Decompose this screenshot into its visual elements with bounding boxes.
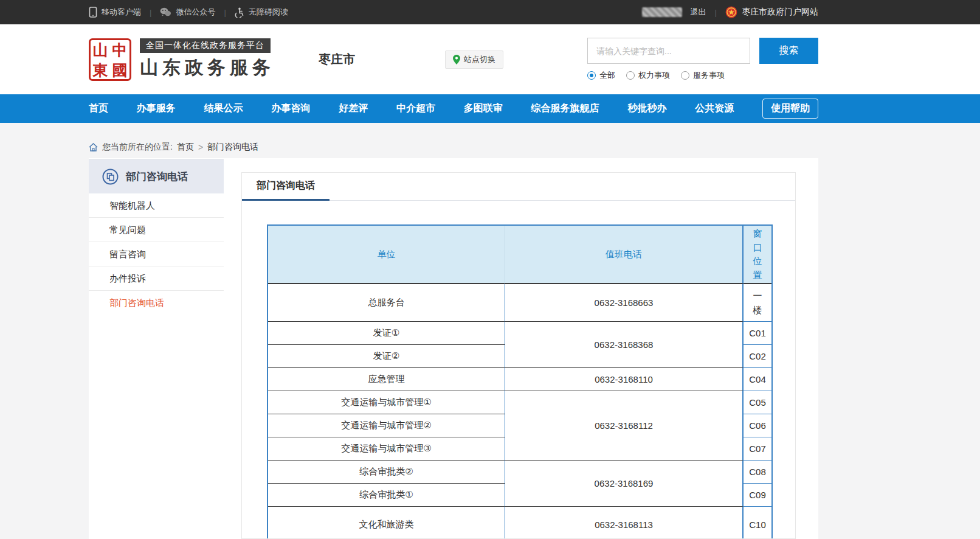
table-row: 发证① 0632-3168368 C01 [268,322,771,345]
site-switch-label: 站点切换 [464,54,495,65]
unit-cell: 总服务台 [268,284,505,322]
content-wrapper: 部门咨询电话 智能机器人 常见问题 留言咨询 办件投诉 部门咨询电话 部门咨询电… [89,158,818,539]
nav-item-consultation[interactable]: 办事咨询 [271,102,310,115]
divider: | [150,8,151,17]
nav-item-results[interactable]: 结果公示 [204,102,243,115]
unit-cell: 综合审批类① [268,484,505,507]
search-filter-group: 全部 权力事项 服务事项 [587,70,818,81]
phone-cell: 0632-3168112 [505,391,744,461]
location-pin-icon [453,55,460,64]
site-header: 山 中 東 國 全国一体化在线政务服务平台 山东政务服务 枣庄市 站点切换 搜索… [0,24,980,94]
phone-cell: 0632-3168113 [505,507,744,539]
filter-label: 全部 [599,70,615,81]
site-name: 山东政务服务 [140,55,275,80]
seal-char: 國 [110,60,129,80]
tab-department-phone[interactable]: 部门咨询电话 [242,173,330,201]
search-zone: 搜索 全部 权力事项 服务事项 [587,38,818,81]
nav-item-agency-market[interactable]: 中介超市 [396,102,435,115]
seal-char: 山 [91,40,110,60]
nav-item-multi-review[interactable]: 多图联审 [464,102,503,115]
window-cell: C07 [744,437,771,461]
unit-cell: 文化和旅游类 [268,507,505,539]
divider: | [715,8,717,17]
wechat-link[interactable]: 微信公众号 [160,7,215,18]
main-nav: 首页 办事服务 结果公示 办事咨询 好差评 中介超市 多图联审 综合服务旗舰店 … [0,94,980,123]
column-header-phone: 值班电话 [505,226,744,284]
breadcrumb-separator: > [198,142,203,152]
sidebar-item-message-consult[interactable]: 留言咨询 [89,242,224,266]
phone-table-container: 单位 值班电话 窗口位置 总服务台 0632-3168663 一楼 发证① 06… [267,224,770,539]
portal-label: 枣庄市政府门户网站 [742,7,818,18]
department-phone-table: 单位 值班电话 窗口位置 总服务台 0632-3168663 一楼 发证① 06… [267,224,773,539]
filter-radio-service-items[interactable]: 服务事项 [681,70,725,81]
breadcrumb-home-link[interactable]: 首页 [177,142,194,153]
breadcrumb-band: 您当前所在的位置: 首页 > 部门咨询电话 [0,123,980,158]
nav-item-rating[interactable]: 好差评 [339,102,368,115]
tab-bar: 部门咨询电话 [242,173,795,201]
breadcrumb-prefix: 您当前所在的位置: [102,142,173,153]
phone-cell: 0632-3168368 [505,322,744,368]
logout-link[interactable]: 退出 [691,7,706,18]
accessibility-label: 无障碍阅读 [249,7,288,18]
filter-label: 服务事项 [693,70,725,81]
mobile-phone-icon [89,7,97,18]
window-cell: C10 [744,507,771,539]
home-icon [89,143,98,151]
filter-radio-power-items[interactable]: 权力事项 [626,70,670,81]
username-redacted [642,7,682,17]
sidebar-item-complaint[interactable]: 办件投诉 [89,266,224,291]
sidebar-item-department-phone[interactable]: 部门咨询电话 [89,291,224,315]
current-city: 枣庄市 [319,51,355,68]
accessibility-icon [235,7,244,18]
nav-item-public-resources[interactable]: 公共资源 [695,102,734,115]
table-row: 交通运输与城市管理① 0632-3168112 C05 [268,391,771,414]
nav-help-button[interactable]: 使用帮助 [762,99,818,119]
column-header-window: 窗口位置 [744,226,771,284]
table-row: 文化和旅游类 0632-3168113 C10 [268,507,771,539]
nav-item-services[interactable]: 办事服务 [137,102,176,115]
table-row: 总服务台 0632-3168663 一楼 [268,284,771,322]
content-card: 部门咨询电话 单位 值班电话 窗口位置 总服务台 0632-3168663 一楼 [241,172,796,539]
unit-cell: 交通运输与城市管理② [268,414,505,437]
window-cell: C01 [744,322,771,345]
seal-char: 中 [110,40,129,60]
sidebar-title-label: 部门咨询电话 [126,170,188,184]
wechat-label: 微信公众号 [176,7,215,18]
sidebar-item-faq[interactable]: 常见问题 [89,218,224,242]
unit-cell: 发证② [268,345,505,368]
site-switch-button[interactable]: 站点切换 [445,50,503,69]
search-button[interactable]: 搜索 [759,38,818,64]
seal-char: 東 [91,60,110,80]
sidebar-item-smart-robot[interactable]: 智能机器人 [89,193,224,218]
accessibility-link[interactable]: 无障碍阅读 [235,7,288,18]
nav-item-flagship-store[interactable]: 综合服务旗舰店 [531,102,599,115]
national-emblem-icon [725,6,737,18]
breadcrumb-current: 部门咨询电话 [207,142,258,153]
window-cell: C08 [744,461,771,484]
filter-radio-all[interactable]: 全部 [587,70,615,81]
radio-selected-icon [587,71,596,80]
radio-unselected-icon [626,71,635,80]
breadcrumb: 您当前所在的位置: 首页 > 部门咨询电话 [89,142,818,153]
nav-item-home[interactable]: 首页 [89,102,108,115]
shandong-seal-logo[interactable]: 山 中 東 國 [89,38,131,81]
window-cell: C02 [744,345,771,368]
mobile-client-link[interactable]: 移动客户端 [89,7,141,18]
logo-text-block: 全国一体化在线政务服务平台 山东政务服务 [140,38,275,80]
window-cell: C06 [744,414,771,437]
radio-unselected-icon [681,71,689,80]
phone-cell: 0632-3168169 [505,461,744,507]
mobile-client-label: 移动客户端 [102,7,141,18]
filter-label: 权力事项 [638,70,670,81]
table-header-row: 单位 值班电话 窗口位置 [268,226,771,284]
table-row: 综合审批类② 0632-3168169 C08 [268,461,771,484]
column-header-unit: 单位 [268,226,505,284]
platform-tagline: 全国一体化在线政务服务平台 [140,38,271,53]
search-input[interactable] [587,38,750,64]
unit-cell: 应急管理 [268,368,505,391]
department-phone-icon [102,169,119,185]
window-cell: 一楼 [744,284,771,322]
unit-cell: 交通运输与城市管理③ [268,437,505,461]
portal-link[interactable]: 枣庄市政府门户网站 [725,6,818,18]
nav-item-instant-approval[interactable]: 秒批秒办 [627,102,666,115]
